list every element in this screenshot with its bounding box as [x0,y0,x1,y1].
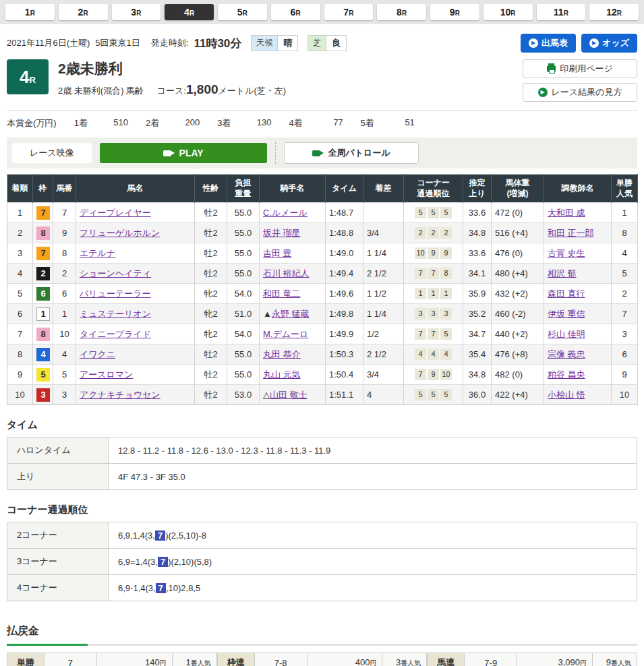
body-weight: 482 (0) [492,365,544,385]
payout-popularity-value: 9 [606,657,611,666]
jockey-cell: 石川 裕紀人 [260,264,326,284]
odds-button[interactable]: オッズ [581,34,637,53]
horse-name-cell: ディープレイヤー [76,203,195,223]
payout-popularity: 3番人気 [382,653,427,666]
race-tab-9r[interactable]: 9R [430,4,479,20]
prize-item: 5着51 [361,117,415,129]
trainer-name-link[interactable]: 杉山 佳明 [548,329,585,339]
race-tab-6r[interactable]: 6R [271,4,320,20]
race-tab-1r[interactable]: 1R [5,4,55,20]
trainer-name-link[interactable]: 粕谷 昌央 [548,369,585,380]
jockey-name-link[interactable]: 山田 敬士 [270,390,308,400]
frame-cell: 7 [33,243,53,264]
entries-button[interactable]: 出馬表 [521,34,576,53]
trainer-name-link[interactable]: 森田 直行 [548,289,585,299]
payout-bet-type: 枠連 [217,653,254,666]
results-column-header: 推定 上り [463,175,492,203]
corner-position-chip: 10 [415,247,426,259]
race-tab-3r[interactable]: 3R [112,4,161,20]
trainer-cell: 森田 直行 [544,284,612,304]
jockey-name-link[interactable]: 丸田 恭介 [263,349,301,359]
finish-time: 1:49.4 [326,264,363,284]
results-column-header: 単勝 人気 [612,175,638,203]
course-distance: 1,800 [186,82,218,96]
horse-name-link[interactable]: エテルナ [80,248,115,258]
corner-position-chip: 2 [428,227,439,239]
race-tab-11r[interactable]: 11R [537,4,586,20]
race-tab-2r[interactable]: 2R [59,4,108,20]
trainer-name-link[interactable]: 和田 正一郎 [548,228,594,238]
page-content: 2021年11月6日(土曜) 5回東京1日 発走時刻: 11時30分 天候 晴 … [0,34,644,666]
estimated-last-3f: 36.0 [463,385,492,405]
jockey-name-link[interactable]: 石川 裕紀人 [263,268,310,278]
payout-popularity-suffix: 番人気 [611,659,631,666]
horse-name-link[interactable]: アクナキチョウセン [80,390,160,400]
race-tab-4r[interactable]: 4R [165,4,214,20]
corner-row-label: 3コーナー [7,549,109,575]
horse-name-link[interactable]: イワクニ [80,349,115,359]
margin: 2 1/2 [363,344,404,365]
horse-number: 3 [53,385,76,405]
print-button-label: 印刷用ページ [560,63,613,75]
race-tab-number: 12 [606,7,617,18]
estimated-last-3f: 33.6 [463,203,492,223]
horse-name-link[interactable]: フリューゲルホルン [80,228,160,238]
payout-column-table: 単勝7140円1番人気複勝7110円1番人気9540円7番人気8170円3番人気 [7,653,217,666]
jockey-name-link[interactable]: C.ルメール [263,208,308,218]
patrol-video-button[interactable]: 全周パトロール [284,142,419,164]
race-tab-7r[interactable]: 7R [324,4,374,20]
prize-item: 3着130 [217,117,271,129]
patrol-button-label: 全周パトロール [328,147,390,159]
trainer-name-link[interactable]: 小桧山 悟 [548,390,585,400]
horse-name-link[interactable]: ミュステーリオン [80,309,151,319]
corner-positions: 778 [404,264,463,284]
print-button[interactable]: 印刷用ページ [523,59,637,78]
race-conditions: 2歳 未勝利(混合) 馬齢 コース:1,800メートル(芝・左) [58,82,286,97]
frame-cell: 5 [33,365,53,385]
race-tab-10r[interactable]: 10R [484,4,533,20]
divider [275,142,276,164]
estimated-last-3f: 35.9 [463,284,492,304]
jockey-cell: ▲永野 猛蔵 [260,304,326,324]
trainer-name-link[interactable]: 宗像 義忠 [548,349,585,359]
jockey-name-link[interactable]: 永野 猛蔵 [272,309,310,319]
race-tab-5r[interactable]: 5R [218,4,267,20]
horse-name-link[interactable]: アースロマン [80,369,134,380]
race-tab-8r[interactable]: 8R [377,4,426,20]
frame-cell: 3 [33,385,53,405]
race-date: 2021年11月6日(土曜) [7,37,90,49]
race-tab-number: 1 [25,7,30,18]
play-button[interactable]: PLAY [100,143,267,163]
frame-badge: 3 [36,388,50,402]
race-tab-suffix: R [136,9,141,17]
horse-name-link[interactable]: ショーンヘイティ [80,268,151,278]
jockey-cell: 和田 竜二 [260,284,326,304]
jockey-name-link[interactable]: M.デムーロ [263,329,308,339]
horse-number: 8 [53,243,76,264]
results-column-header: タイム [326,175,363,203]
trainer-name-link[interactable]: 伊坂 重信 [548,309,585,319]
highlighted-horse-number: 7 [156,583,166,593]
trainer-cell: 大和田 成 [544,203,612,223]
race-tab-12r[interactable]: 12R [589,4,639,20]
win-popularity: 5 [612,264,638,284]
jockey-prefix: ▲ [263,309,272,319]
jockey-name-link[interactable]: 丸山 元気 [263,369,301,380]
trainer-name-link[interactable]: 大和田 成 [548,208,585,218]
jockey-prefix: △ [263,390,270,400]
jockey-name-link[interactable]: 吉田 豊 [263,248,292,258]
horse-name-link[interactable]: バリューテーラー [80,289,151,299]
trainer-name-link[interactable]: 古賀 史生 [548,248,585,258]
jockey-name-link[interactable]: 和田 竜二 [263,289,301,299]
prize-item: 1着510 [74,117,128,129]
race-tab-suffix: R [349,9,353,17]
horse-name-link[interactable]: ディープレイヤー [80,208,151,218]
corner-row: 3コーナー6,9=1,4(3,7)(2,10)(5,8) [7,549,637,575]
prize-amount: 77 [320,117,343,129]
trainer-name-link[interactable]: 相沢 郁 [548,268,577,278]
horse-name-link[interactable]: タイニープライド [80,329,151,339]
guide-button[interactable]: レース結果の見方 [523,83,637,102]
estimated-last-3f: 35.4 [463,344,492,365]
jockey-name-link[interactable]: 坂井 瑠星 [263,228,301,238]
sex-age: 牡2 [195,264,227,284]
